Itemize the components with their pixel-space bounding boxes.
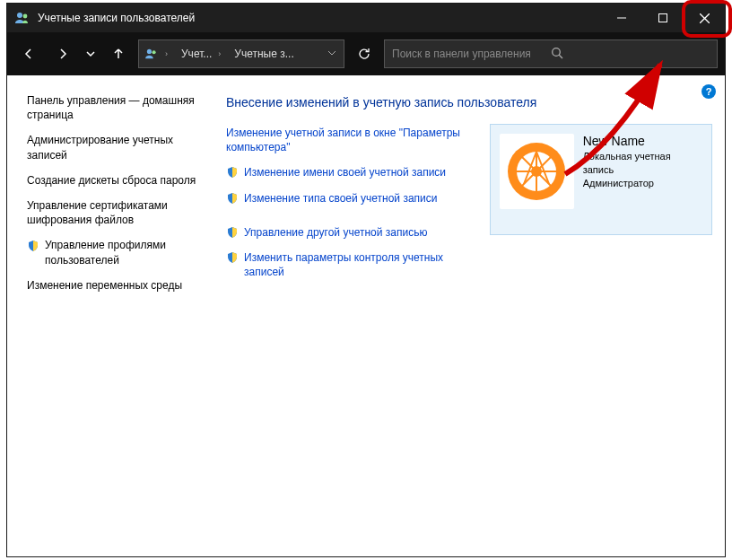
address-icon-seg[interactable]: › (139, 40, 176, 67)
maximize-button[interactable] (642, 4, 684, 32)
nav-bar: › Учет... › Учетные з... Поиск в панели … (7, 32, 725, 75)
search-icon (551, 47, 710, 62)
shield-icon (226, 192, 239, 205)
svg-point-6 (147, 49, 152, 54)
history-dropdown[interactable] (83, 39, 99, 68)
search-placeholder: Поиск в панели управления (392, 48, 551, 60)
sidebar-item-password-reset-disk[interactable]: Создание дискеты сброса пароля (27, 173, 212, 188)
titlebar-left: Учетные записи пользователей (7, 12, 195, 24)
users-icon (14, 12, 30, 24)
shield-icon (27, 240, 39, 252)
svg-line-9 (559, 55, 562, 58)
user-role: Администратор (583, 177, 702, 190)
minimize-button[interactable] (601, 4, 642, 32)
sidebar-item-manage-accounts[interactable]: Администрирование учетных записей (27, 133, 212, 162)
link-change-type[interactable]: Изменение типа своей учетной записи (226, 191, 477, 206)
page-heading: Внесение изменений в учетную запись поль… (226, 95, 710, 109)
refresh-button[interactable] (350, 39, 379, 68)
sidebar-item-home[interactable]: Панель управления — домашняя страница (27, 93, 212, 122)
up-button[interactable] (104, 39, 133, 68)
titlebar-controls (601, 4, 725, 32)
svg-point-8 (553, 48, 561, 56)
forward-button[interactable] (48, 39, 77, 68)
address-dropdown[interactable] (320, 48, 344, 60)
chevron-right-icon: › (162, 49, 170, 58)
window-title: Учетные записи пользователей (38, 12, 195, 24)
sidebar: Панель управления — домашняя страница Ад… (14, 83, 219, 549)
svg-point-0 (17, 13, 22, 18)
sidebar-item-user-profiles[interactable]: Управление профилями пользователей (27, 238, 212, 267)
sidebar-item-encryption-certs[interactable]: Управление сертификатами шифрования файл… (27, 198, 212, 227)
back-button[interactable] (14, 39, 43, 68)
chevron-right-icon: › (215, 49, 223, 58)
svg-point-7 (152, 50, 156, 54)
link-manage-other[interactable]: Управление другой учетной записью (226, 225, 477, 240)
shield-icon (226, 226, 239, 239)
link-change-name[interactable]: Изменение имени своей учетной записи (226, 165, 477, 179)
address-seg-2[interactable]: Учетные з... (229, 40, 299, 67)
titlebar: Учетные записи пользователей (7, 4, 725, 32)
shield-icon (226, 166, 239, 179)
svg-rect-3 (659, 14, 667, 22)
main-panel: Внесение изменений в учетную запись поль… (219, 83, 718, 549)
close-button[interactable] (684, 4, 725, 32)
link-change-in-settings[interactable]: Изменение учетной записи в окне "Парамет… (226, 126, 477, 154)
address-seg-1[interactable]: Учет... › (176, 40, 229, 67)
svg-point-1 (23, 14, 28, 19)
link-uac-settings[interactable]: Изменить параметры контроля учетных запи… (226, 250, 477, 279)
user-card: New Name Локальная учетная запись Админи… (490, 124, 712, 235)
search-box[interactable]: Поиск в панели управления (384, 39, 718, 68)
user-name: New Name (583, 134, 702, 148)
sidebar-item-env-vars[interactable]: Изменение переменных среды (27, 278, 212, 293)
user-type: Локальная учетная запись (583, 150, 702, 177)
user-info: New Name Локальная учетная запись Админи… (583, 134, 702, 225)
avatar (500, 134, 574, 209)
content-area: ? Панель управления — домашняя страница … (7, 75, 725, 556)
window: Учетные записи пользователей › Учет... ›… (7, 4, 725, 556)
svg-point-18 (531, 166, 542, 177)
shield-icon (226, 251, 239, 264)
address-bar[interactable]: › Учет... › Учетные з... (138, 39, 344, 68)
